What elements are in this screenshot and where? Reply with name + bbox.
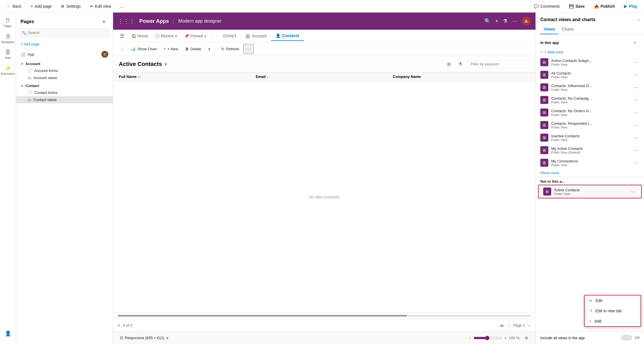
title-dropdown-icon[interactable]: ∨ bbox=[164, 62, 167, 66]
sidebar-item-navigation[interactable]: ☰ Navigation bbox=[1, 31, 15, 47]
user-avatar[interactable]: JL bbox=[522, 17, 531, 26]
context-menu-edit[interactable]: ✏ Edit bbox=[585, 295, 641, 306]
view-item[interactable]: ⊞ All Contacts Public View ⋯ bbox=[536, 69, 644, 81]
sort-icon[interactable]: ↑↓ bbox=[138, 75, 141, 79]
view-toggle-button[interactable]: ⊞ bbox=[444, 59, 453, 69]
add-page-button[interactable]: + Add page bbox=[16, 40, 113, 48]
keyword-filter-input[interactable] bbox=[467, 60, 530, 68]
view-item[interactable]: ⊞ Contacts: No Campaig... Public View ⋯ bbox=[536, 94, 644, 106]
view-item-more-button[interactable]: ⋯ bbox=[633, 134, 639, 142]
search-input[interactable] bbox=[19, 29, 109, 37]
not-in-app-more-button[interactable]: ⋯ bbox=[630, 188, 637, 196]
delete-button[interactable]: 🗑 Delete bbox=[182, 45, 204, 53]
view-item-more-button[interactable]: ⋯ bbox=[633, 84, 639, 91]
zoom-slider[interactable] bbox=[474, 336, 502, 340]
responsive-button[interactable]: ⊡ Responsive (835 × 612) ∨ bbox=[118, 335, 171, 341]
view-item-more-button[interactable]: ⋯ bbox=[633, 59, 639, 66]
more-icon[interactable]: ⋯ bbox=[512, 18, 517, 24]
context-menu-add[interactable]: + Add bbox=[585, 316, 641, 326]
group1-label[interactable]: Group1 bbox=[218, 31, 241, 41]
prev-page-button[interactable]: ‹ bbox=[507, 322, 511, 329]
first-page-button[interactable]: ⏮ bbox=[499, 322, 505, 329]
settings-button[interactable]: ⚙ Settings bbox=[59, 3, 83, 10]
view-item-info: Active Contacts Subgri... Public View bbox=[551, 59, 630, 66]
dropdown-button[interactable]: ∨ bbox=[205, 45, 214, 53]
nav-child-contact-forms[interactable]: 📄 Contact forms bbox=[16, 89, 113, 96]
zoom-in-button[interactable]: + bbox=[504, 336, 507, 340]
tab-views[interactable]: Views bbox=[540, 25, 558, 34]
sidebar-item-user[interactable]: 👤 bbox=[1, 327, 15, 339]
save-button[interactable]: 💾 Save bbox=[567, 3, 587, 10]
view-item-more-button[interactable]: ⋯ bbox=[633, 121, 639, 129]
refresh-button[interactable]: ↻ Refresh bbox=[218, 45, 242, 53]
zoom-settings-button[interactable]: ⚙ bbox=[522, 333, 531, 343]
horizontal-scrollbar[interactable] bbox=[118, 315, 531, 317]
next-page-button[interactable]: › bbox=[527, 322, 531, 329]
new-view-button[interactable]: + + New view bbox=[536, 48, 644, 56]
tab-charts[interactable]: Charts bbox=[558, 25, 577, 34]
view-item-info: Inactive Contacts Public View bbox=[551, 134, 630, 142]
show-more-button[interactable]: Show more bbox=[536, 169, 564, 177]
view-item-more-button[interactable]: ⋯ bbox=[633, 146, 639, 154]
home-link[interactable]: 🏠 Home bbox=[131, 34, 148, 38]
nav-child-account-views[interactable]: 🗂 Account views bbox=[16, 74, 113, 81]
not-in-app-item[interactable]: ⊞ Active Contacts Public View ⋯ bbox=[538, 185, 642, 198]
filter-icon[interactable]: ⚗ bbox=[503, 18, 507, 24]
toggle-row: Off bbox=[621, 335, 639, 341]
edit-view-button[interactable]: ✏ Edit view bbox=[88, 3, 113, 10]
show-chart-button[interactable]: 📊 Show Chart bbox=[128, 45, 160, 53]
add-page-button[interactable]: + Add page bbox=[28, 3, 54, 10]
sidebar-toggle-button[interactable]: ☰ bbox=[118, 31, 127, 41]
view-item-icon: ⊞ bbox=[540, 134, 548, 142]
nav-group-account[interactable]: ▼ Account bbox=[16, 59, 113, 67]
contact-views-label: Contact views bbox=[33, 98, 57, 102]
delete-icon: 🗑 bbox=[185, 47, 189, 51]
grid-menu-icon[interactable]: ⋮⋮⋮ bbox=[118, 18, 135, 25]
view-item-more-button[interactable]: ⋯ bbox=[633, 109, 639, 116]
recent-link[interactable]: 🕐 Recent ∨ bbox=[155, 34, 177, 38]
search-icon[interactable]: 🔍 bbox=[484, 18, 491, 24]
view-item[interactable]: ⊞ Contacts: No Orders in... Public View … bbox=[536, 106, 644, 119]
view-list: ⊞ Active Contacts Subgri... Public View … bbox=[536, 56, 644, 331]
view-item[interactable]: ⊞ Active Contacts Subgri... Public View … bbox=[536, 56, 644, 69]
nav-child-contact-views[interactable]: 🗂 Contact views bbox=[16, 96, 113, 103]
view-item[interactable]: ⊞ My Connections Public View ⋯ bbox=[536, 156, 644, 169]
account-nav-item[interactable]: 🏢 Account bbox=[241, 31, 271, 41]
view-item[interactable]: ⊞ Contacts: Responded t... Public View ⋯ bbox=[536, 119, 644, 131]
publish-button[interactable]: 📤 Publish bbox=[592, 3, 617, 10]
contacts-nav-item[interactable]: 👤 Contacts bbox=[271, 31, 304, 41]
close-pages-panel-button[interactable]: ✕ bbox=[99, 17, 108, 26]
context-menu-edit-new-tab[interactable]: ↗ Edit in new tab bbox=[585, 306, 641, 316]
nav-back-button[interactable]: ← bbox=[118, 45, 127, 53]
more-button[interactable]: ... bbox=[118, 3, 126, 10]
include-views-toggle[interactable] bbox=[621, 335, 632, 341]
view-item[interactable]: ⊞ Inactive Contacts Public View ⋯ bbox=[536, 131, 644, 144]
not-in-app-label: Not in this a... bbox=[540, 179, 565, 184]
new-record-button[interactable]: + + New bbox=[161, 45, 181, 53]
more-options-button[interactable]: ⋯ bbox=[243, 44, 254, 54]
zoom-out-button[interactable]: − bbox=[469, 336, 471, 340]
view-item-more-button[interactable]: ⋯ bbox=[633, 159, 639, 167]
back-arrow-icon: ← bbox=[7, 4, 11, 9]
sidebar-item-automation[interactable]: ⚡ Automation bbox=[1, 62, 15, 78]
in-this-app-expand-button[interactable]: ∧ bbox=[630, 38, 639, 47]
nav-child-account-forms[interactable]: 📄 Account forms bbox=[16, 67, 113, 74]
sort-icon[interactable]: ↓ bbox=[267, 75, 268, 79]
sidebar-item-pages[interactable]: 🗒 Pages bbox=[1, 15, 15, 31]
expand-panel-button[interactable]: › bbox=[638, 17, 639, 22]
view-item-more-button[interactable]: ⋯ bbox=[633, 71, 639, 79]
add-icon[interactable]: + bbox=[495, 18, 498, 24]
comments-button[interactable]: 💬 Comments bbox=[531, 3, 562, 10]
zoom-control: − + 100 % ⚙ bbox=[469, 333, 531, 343]
view-item-icon: ⊞ bbox=[540, 108, 548, 116]
sidebar-item-data[interactable]: 🗄 Data bbox=[1, 47, 15, 62]
nav-group-contact[interactable]: ▼ Contact bbox=[16, 81, 113, 89]
view-item-more-button[interactable]: ⋯ bbox=[633, 96, 639, 104]
view-item[interactable]: ⊞ Contacts: Influenced D... Public View … bbox=[536, 81, 644, 94]
view-item[interactable]: ⊞ My Active Contacts Public View (Defaul… bbox=[536, 144, 644, 156]
filter-button[interactable]: ⚗ bbox=[456, 59, 465, 69]
pinned-link[interactable]: 📌 Pinned ∨ bbox=[184, 34, 206, 38]
play-button[interactable]: ▶ Play bbox=[622, 3, 639, 10]
back-button[interactable]: ← Back bbox=[5, 3, 24, 10]
nav-item-app[interactable]: ⬜ App U bbox=[16, 49, 113, 59]
